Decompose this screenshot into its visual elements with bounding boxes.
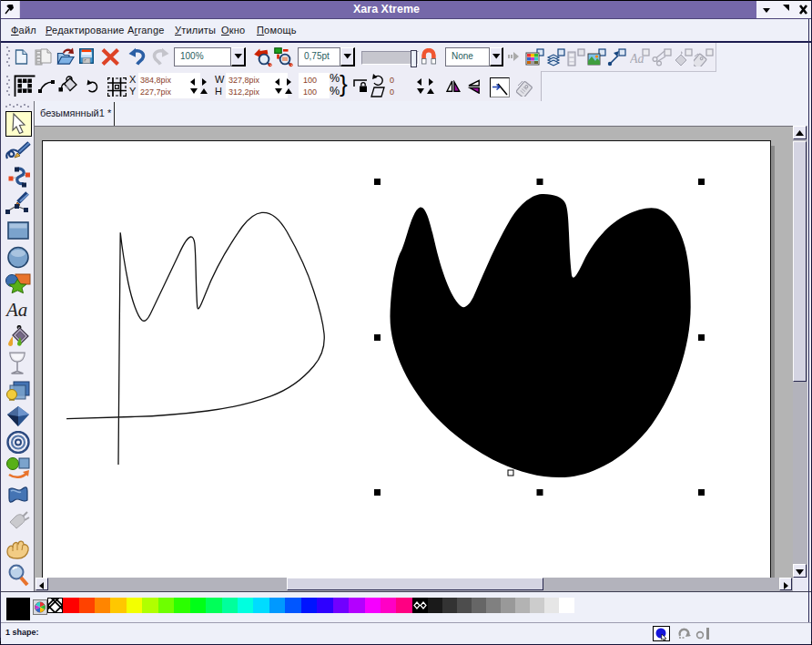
svg-text:Aa: Aa [630, 52, 645, 66]
